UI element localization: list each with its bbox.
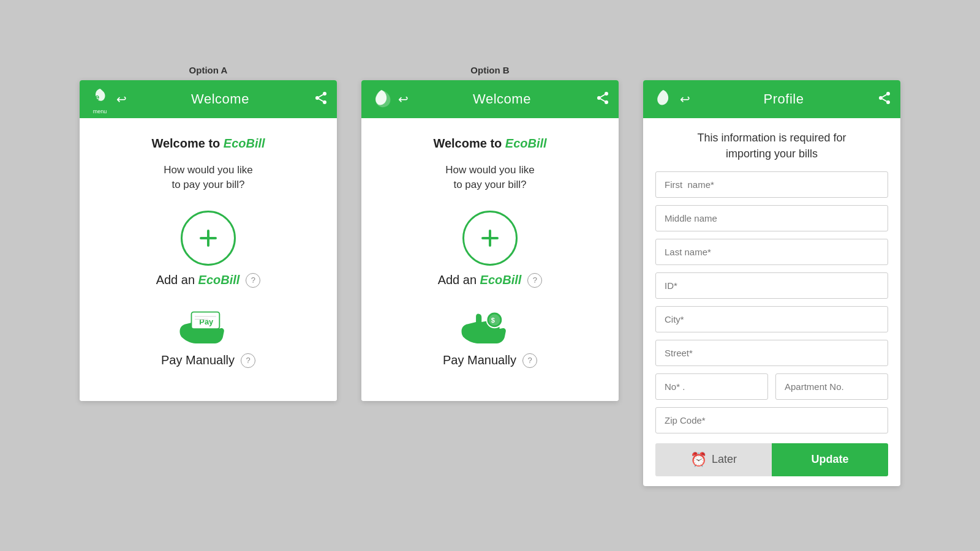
header-right-c — [877, 91, 892, 108]
pay-hand-icon-b: $ — [456, 306, 524, 346]
brand-a: EcoBill — [224, 137, 265, 150]
apartment-input[interactable] — [775, 373, 888, 400]
add-label-row-b: Add an EcoBill ? — [438, 273, 543, 288]
welcome-to-b: to — [490, 137, 505, 150]
clock-icon: ⏰ — [690, 452, 707, 468]
help-circle-pay-a[interactable]: ? — [241, 353, 255, 368]
middle-name-input[interactable] — [655, 205, 888, 231]
add-pre-b: Add an — [438, 273, 477, 287]
ecobill-logo-c — [652, 88, 675, 111]
share-icon-a[interactable] — [314, 91, 328, 108]
add-icon-wrapper-a — [181, 211, 236, 266]
ecobill-logo-a: e — [88, 84, 111, 107]
option-a-label: Option A — [80, 65, 337, 75]
svg-point-25 — [886, 100, 890, 104]
back-icon-b[interactable]: ↩ — [398, 92, 409, 107]
add-ecobill-item-b: Add an EcoBill ? — [376, 211, 604, 288]
help-circle-add-b[interactable]: ? — [527, 273, 542, 288]
header-title-c: Profile — [764, 91, 804, 107]
share-icon-c[interactable] — [877, 91, 892, 108]
sub-line1-b: How would you like — [445, 164, 535, 176]
back-icon-c[interactable]: ↩ — [680, 92, 690, 107]
svg-line-16 — [601, 99, 605, 101]
option-a-content: Welcome to EcoBill How would you like to… — [80, 118, 337, 401]
option-b-header: ↩ Welcome — [361, 80, 619, 118]
option-b-container: Option B ↩ Welcome — [361, 65, 619, 401]
street-input[interactable] — [655, 340, 888, 366]
profile-content: This information is required for importi… — [643, 118, 900, 485]
update-label: Update — [811, 453, 848, 465]
option-b-label: Option B — [361, 65, 619, 75]
svg-text:$: $ — [491, 317, 495, 324]
no-input[interactable] — [655, 373, 768, 400]
svg-point-2 — [323, 92, 326, 96]
help-circle-add-a[interactable]: ? — [246, 273, 260, 288]
header-left-a: e menu ↩ — [88, 84, 127, 114]
add-label-a: Add an EcoBill — [156, 273, 240, 287]
add-pre-a: Add an — [156, 273, 195, 287]
id-input[interactable] — [655, 272, 888, 299]
brand-b: EcoBill — [505, 137, 547, 150]
pay-label-b: Pay Manually — [443, 353, 516, 367]
header-right-b — [595, 91, 610, 108]
header-title-b: Welcome — [473, 91, 531, 107]
option-b-frame: ↩ Welcome — [361, 80, 619, 401]
profile-description: This information is required for importi… — [655, 130, 888, 161]
btn-row: ⏰ Later Update — [655, 443, 888, 476]
ecobill-logo-b — [370, 88, 393, 111]
svg-line-6 — [319, 94, 323, 97]
add-label-row-a: Add an EcoBill ? — [156, 273, 261, 288]
sub-line1-a: How would you like — [164, 164, 253, 176]
help-circle-pay-b[interactable]: ? — [522, 353, 537, 368]
option-b-content: Welcome to EcoBill How would you like to… — [361, 118, 619, 401]
option-a-header: e menu ↩ Welcome — [80, 80, 337, 118]
add-ecobill-item-a: Add an EcoBill ? — [94, 211, 322, 288]
update-button[interactable]: Update — [772, 443, 888, 476]
city-input[interactable] — [655, 306, 888, 332]
svg-point-4 — [323, 100, 326, 104]
pay-manually-item-a: Pay Pay Manually ? — [94, 306, 322, 368]
profile-frame: ↩ Profile — [643, 80, 900, 485]
svg-point-24 — [879, 96, 883, 100]
page-wrapper: Option A e menu — [0, 0, 980, 551]
zip-input[interactable] — [655, 407, 888, 433]
back-icon-a[interactable]: ↩ — [116, 92, 127, 107]
add-brand-a: EcoBill — [198, 273, 240, 287]
add-icon-wrapper-b — [462, 211, 518, 266]
address-row — [655, 373, 888, 400]
add-brand-b: EcoBill — [480, 273, 522, 287]
svg-point-23 — [886, 92, 890, 96]
circle-plus-b[interactable] — [462, 211, 518, 266]
option-a-frame: e menu ↩ Welcome — [80, 80, 337, 401]
welcome-to-a: to — [208, 137, 223, 150]
header-left-c: ↩ — [652, 88, 690, 111]
sub-text-b: How would you like to pay your bill? — [445, 163, 535, 192]
first-name-input[interactable] — [655, 171, 888, 198]
svg-point-13 — [605, 92, 608, 96]
profile-desc-line2: importing your bills — [726, 148, 818, 160]
header-left-b: ↩ — [370, 88, 409, 111]
circle-plus-a[interactable] — [181, 211, 236, 266]
svg-point-14 — [597, 96, 601, 100]
welcome-text-a: Welcome to EcoBill — [151, 137, 265, 151]
svg-text:e: e — [95, 92, 99, 102]
svg-line-26 — [883, 99, 887, 101]
later-button[interactable]: ⏰ Later — [655, 443, 772, 476]
svg-text:Pay: Pay — [199, 317, 214, 326]
menu-label-a: menu — [93, 108, 107, 114]
later-label: Later — [712, 453, 737, 466]
sub-line2-a: to pay your bill? — [172, 179, 244, 190]
last-name-input[interactable] — [655, 239, 888, 265]
svg-line-5 — [319, 99, 323, 101]
sub-line2-b: to pay your bill? — [453, 179, 526, 190]
welcome-word-b: Welcome — [433, 137, 486, 150]
welcome-word-a: Welcome — [151, 137, 205, 150]
option-a-container: Option A e menu — [80, 65, 337, 401]
svg-line-17 — [601, 94, 605, 97]
pay-icon-wrapper-b: $ — [456, 306, 524, 346]
option-c-container: Option C ↩ Profile — [643, 65, 900, 485]
share-icon-b[interactable] — [595, 91, 610, 108]
profile-desc-line1: This information is required for — [697, 132, 846, 144]
welcome-text-b: Welcome to EcoBill — [433, 137, 546, 151]
svg-point-3 — [315, 96, 319, 100]
